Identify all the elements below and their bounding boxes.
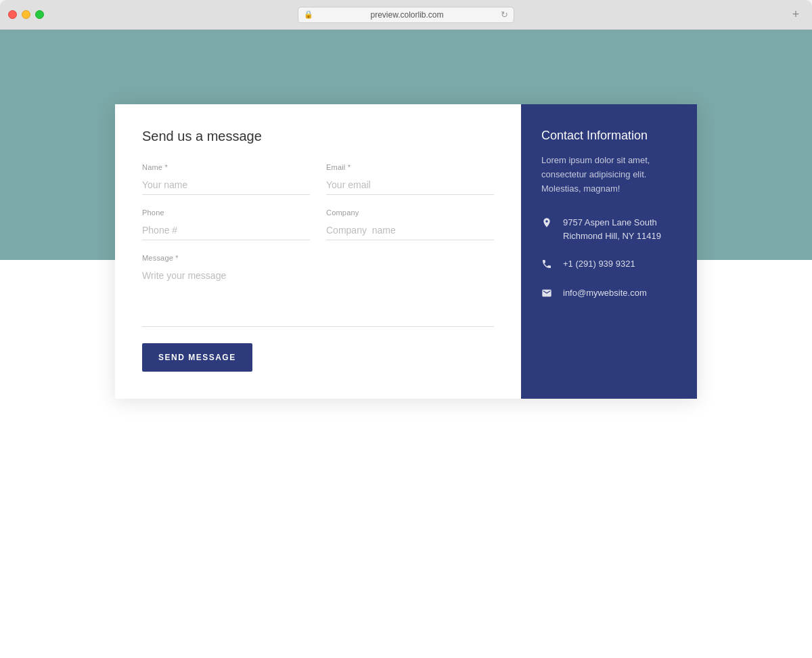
email-input[interactable] (326, 175, 494, 195)
phone-group: Phone (142, 209, 310, 240)
close-button[interactable] (8, 10, 17, 19)
minimize-button[interactable] (22, 10, 30, 19)
company-label: Company (326, 209, 494, 217)
form-section: Send us a message Name * Email * (115, 104, 521, 399)
phone-company-row: Phone Company (142, 209, 494, 240)
address-text: 9757 Aspen Lane South Richmond Hill, NY … (563, 216, 677, 242)
message-group: Message * (142, 254, 494, 327)
contact-card: Send us a message Name * Email * (115, 104, 697, 399)
phone-icon (541, 259, 554, 271)
name-input[interactable] (142, 175, 310, 195)
traffic-lights (8, 10, 44, 19)
refresh-icon[interactable]: ↻ (501, 9, 508, 20)
maximize-button[interactable] (35, 10, 44, 19)
message-textarea[interactable] (142, 266, 494, 327)
browser-window: 🔒 preview.colorlib.com ↻ + Send us a mes… (0, 0, 812, 658)
send-message-button[interactable]: SEND MESSAGE (142, 343, 252, 372)
company-group: Company (326, 209, 494, 240)
url-bar[interactable]: 🔒 preview.colorlib.com ↻ (298, 7, 514, 23)
new-tab-button[interactable]: + (788, 7, 804, 23)
address-item: 9757 Aspen Lane South Richmond Hill, NY … (541, 216, 677, 242)
lock-icon: 🔒 (304, 10, 313, 19)
contact-info-description: Lorem ipsum dolor sit amet, consectetur … (541, 154, 677, 196)
email-label: Email * (326, 163, 494, 171)
url-text: preview.colorlib.com (317, 10, 497, 20)
phone-label: Phone (142, 209, 310, 217)
name-group: Name * (142, 163, 310, 195)
contact-info-section: Contact Information Lorem ipsum dolor si… (521, 104, 697, 399)
name-email-row: Name * Email * (142, 163, 494, 195)
email-address-text: info@mywebsite.com (563, 286, 647, 300)
message-label: Message * (142, 254, 494, 262)
title-bar: 🔒 preview.colorlib.com ↻ + (0, 0, 812, 30)
page-background: Send us a message Name * Email * (0, 30, 812, 658)
form-title: Send us a message (142, 129, 494, 144)
email-icon (541, 288, 554, 301)
browser-content: Send us a message Name * Email * (0, 30, 812, 658)
name-label: Name * (142, 163, 310, 171)
phone-item: +1 (291) 939 9321 (541, 257, 677, 271)
phone-input[interactable] (142, 221, 310, 240)
email-item: info@mywebsite.com (541, 286, 677, 301)
contact-info-title: Contact Information (541, 129, 677, 143)
email-group: Email * (326, 163, 494, 195)
company-input[interactable] (326, 221, 494, 240)
location-icon (541, 217, 554, 230)
phone-text: +1 (291) 939 9321 (563, 257, 635, 271)
